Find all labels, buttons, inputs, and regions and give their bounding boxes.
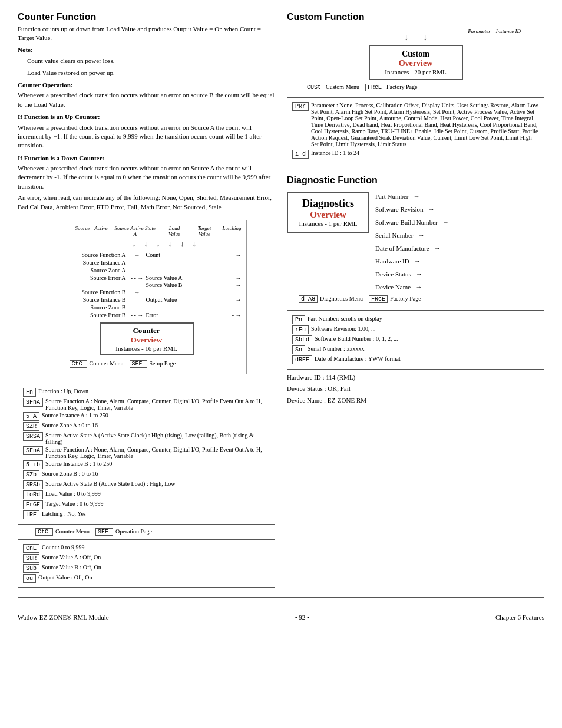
- device-status-text: Device Status : OK, Fail: [287, 384, 544, 393]
- counter-menu-label: Counter Menu: [90, 360, 124, 367]
- pr-box: PRr Parameter : None, Process, Calibrati…: [287, 97, 544, 163]
- source-error-a: Source Error A: [52, 274, 128, 282]
- custom-diagram: Parameter Instance ID ↓ ↓ Custom Overvie…: [287, 28, 544, 93]
- erge-param: ErGE Target Value : 0 to 9,999: [23, 500, 270, 509]
- sfna2-param: SFnA Source Function A : None, Alarm, Co…: [23, 446, 270, 459]
- setup-params-box: Fn Function : Up, Down SFnA Source Funct…: [18, 383, 275, 525]
- ou-param: ou Output Value : Off, On: [23, 574, 270, 583]
- footer-divider: [18, 597, 544, 598]
- note-label: Note:: [18, 46, 33, 53]
- factory-page-item: FRcE Factory Page: [365, 84, 418, 91]
- srsa-param: SRSA Source Active State A (Active State…: [23, 432, 270, 445]
- diag-box-instances: Instances - 1 per RML: [295, 220, 361, 227]
- hardware-id-text: Hardware ID : 114 (RML): [287, 373, 544, 382]
- sub-param: Sub Source Value B : Off, On: [23, 564, 270, 573]
- fn-param: Fn Function : Up, Down: [23, 388, 270, 397]
- source-func-b: Source Function B: [52, 288, 128, 296]
- counter-function-title: Counter Function: [18, 12, 275, 22]
- sua-param: SuR Source Value A : Off, On: [23, 554, 270, 563]
- error-label: Error: [146, 311, 222, 319]
- source-zone-b: Source Zone B: [52, 304, 128, 311]
- dree-param: dREE Date of Manufacture : YWW format: [292, 355, 539, 364]
- up-counter-title: If Function is an Up Counter:: [18, 113, 275, 121]
- counter-function-desc: Function counts up or down from Load Val…: [18, 25, 275, 43]
- counter-box-title: Counter: [103, 326, 190, 335]
- counter-menu-code: CtC: [70, 360, 87, 368]
- operation-params-box: CnE Count : 0 to 9,999 SuR Source Value …: [18, 539, 275, 588]
- diag-label-latching: Latching: [222, 225, 241, 237]
- counter-operation-desc: Whenever a prescribed clock transition o…: [18, 91, 275, 109]
- footer-center: • 92 •: [109, 614, 495, 621]
- diagnostic-section: Diagnostic Function Diagnostics Overview…: [287, 175, 544, 405]
- source-inst-a: Source Instance A: [52, 259, 128, 266]
- custom-box-title: Custom: [373, 50, 458, 59]
- counter-diagram: Source Active Source Active State A Load…: [18, 220, 275, 374]
- setup-menu-item: SEE Setup Page: [130, 360, 176, 368]
- sfna-param: SFnA Source Function A : None, Alarm, Co…: [23, 398, 270, 411]
- diag-label-source-active: Source Active State A: [113, 225, 158, 237]
- diagnostic-function-title: Diagnostic Function: [287, 175, 544, 186]
- pr-param: PRr Parameter : None, Process, Calibrati…: [292, 102, 539, 147]
- custom-box-subtitle: Overview: [373, 59, 458, 68]
- date-mfg-label: Date of Manufacture →: [375, 245, 449, 252]
- counter-box-instances: Instances - 16 per RML: [103, 345, 190, 352]
- setup-menu-label: Setup Page: [150, 360, 176, 367]
- software-revision-label: Software Revision →: [375, 206, 449, 213]
- device-name-text: Device Name : EZ-ZONE RM: [287, 396, 544, 405]
- instance-id-label: Instance ID: [496, 28, 521, 34]
- device-name-label: Device Name →: [375, 284, 449, 291]
- sn-param: Sn Serial Number : xxxxxx: [292, 345, 539, 354]
- serial-number-label: Serial Number →: [375, 232, 449, 239]
- sia-param: 5 A Source Instance A : 1 to 250: [23, 412, 270, 421]
- lord-param: LoRd Load Value : 0 to 9,999: [23, 490, 270, 499]
- output-val: Output Value: [146, 296, 222, 304]
- pn-param: Pn Part Number: scrolls on display: [292, 315, 539, 324]
- diagnostic-diagram: Diagnostics Overview Instances - 1 per R…: [287, 192, 544, 304]
- source-inst-b: Source Instance B: [52, 296, 128, 304]
- param-label: Parameter: [468, 28, 491, 34]
- szb-param: SZb Source Zone B : 0 to 16: [23, 470, 270, 479]
- footer-right: Chapter 6 Features: [495, 614, 544, 621]
- srsb-param: SRSb Source Active State B (Active State…: [23, 480, 270, 489]
- sib-param: 5 ib Source Instance B : 1 to 250: [23, 460, 270, 469]
- source-val-a: Source Value A: [146, 274, 222, 282]
- software-build-label: Software Build Number →: [375, 219, 449, 226]
- cust-menu-item: CUSt Custom Menu: [305, 84, 359, 91]
- footer-left: Watlow EZ-ZONE® RML Module: [18, 614, 109, 621]
- reu-param: rEu Software Revision: 1.00, ...: [292, 325, 539, 334]
- counter-menu-item: CtC Counter Menu: [70, 360, 124, 368]
- diag-box-subtitle: Overview: [295, 210, 361, 220]
- device-status-label: Device Status →: [375, 271, 449, 278]
- diag-params-box: Pn Part Number: scrolls on display rEu S…: [287, 310, 544, 370]
- diag-menu-item: d AG Diagnostics Menu: [299, 295, 363, 303]
- source-error-b: Source Error B: [52, 311, 128, 319]
- count-label: Count: [146, 251, 222, 259]
- cnt-param: CnE Count : 0 to 9,999: [23, 544, 270, 553]
- down-counter-desc: Whenever a prescribed clock transition o…: [18, 164, 275, 191]
- counter-menu-op: CtC Counter Menu: [35, 528, 90, 536]
- diag-label-source: Source: [75, 225, 90, 237]
- source-val-b: Source Value B: [146, 282, 222, 288]
- diag-factory-item: FRcE Factory Page: [369, 295, 421, 303]
- sbld-param: SbLd Software Build Number : 0, 1, 2, ..…: [292, 335, 539, 344]
- footer: Watlow EZ-ZONE® RML Module • 92 • Chapte…: [18, 610, 544, 621]
- diag-label-target: Target Value: [191, 225, 217, 237]
- custom-function-title: Custom Function: [287, 12, 544, 22]
- counter-operation-title: Counter Operation:: [18, 81, 275, 90]
- sza-param: SZR Source Zone A : 0 to 16: [23, 422, 270, 431]
- note-2: Load Value restored on power up.: [27, 68, 275, 77]
- custom-box-instances: Instances - 20 per RML: [373, 68, 458, 75]
- op-page-menu: SEE Operation Page: [95, 528, 152, 536]
- counter-box-subtitle: Overview: [103, 335, 190, 345]
- part-number-label: Part Number →: [375, 193, 449, 200]
- diag-label-load: Load Value: [163, 225, 187, 237]
- source-func-a: Source Function A: [52, 251, 128, 259]
- down-counter-title: If Function is a Down Counter:: [18, 154, 275, 163]
- lre-param: LRE Latching : No, Yes: [23, 510, 270, 519]
- inst-id-param: i d Instance ID : 1 to 24: [292, 150, 539, 159]
- source-zone-a: Source Zone A: [52, 266, 128, 274]
- setup-menu-code: SEE: [130, 360, 147, 368]
- note-1: Count value clears on power loss.: [27, 57, 275, 65]
- hardware-id-label: Hardware ID →: [375, 258, 449, 265]
- up-counter-desc: Whenever a prescribed clock transition o…: [18, 123, 275, 150]
